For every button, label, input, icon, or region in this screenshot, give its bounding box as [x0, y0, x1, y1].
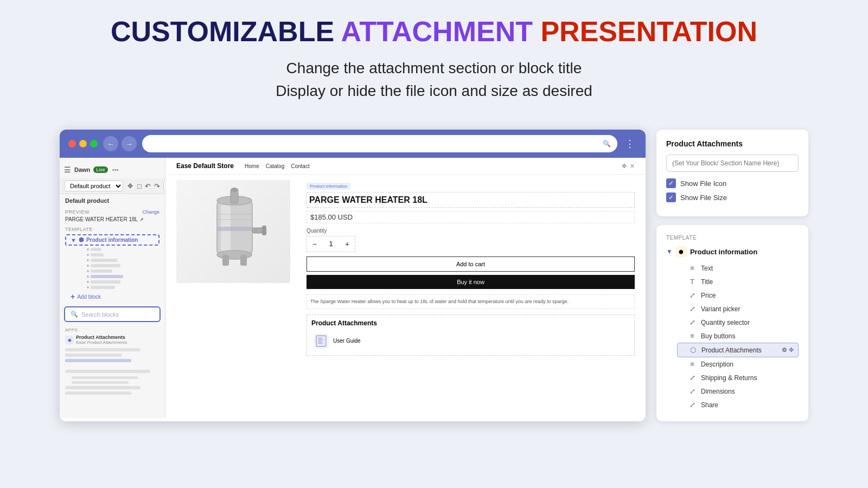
share-icon: ⤢ [688, 401, 697, 409]
show-file-size-checkbox[interactable]: ✓ [666, 192, 676, 202]
show-file-icon-label: Show File Icon [680, 179, 726, 188]
qty-decrease[interactable]: − [307, 236, 322, 252]
sidebar-product-info-label: Product information [86, 237, 138, 243]
browser-menu-icon[interactable]: ⋮ [623, 138, 637, 150]
preview-store-name: PARGE WATER HEATER 18L ↗ [65, 216, 159, 222]
svg-rect-6 [222, 255, 229, 266]
template-item-title[interactable]: T Title [677, 275, 799, 288]
product-price: $185.00 USD [307, 211, 635, 223]
undo-icon[interactable]: ↶ [145, 182, 151, 190]
forward-button[interactable]: → [122, 136, 137, 151]
svg-rect-15 [318, 339, 323, 341]
sub-item-title[interactable] [75, 247, 159, 252]
nav-home[interactable]: Home [245, 163, 259, 169]
close-preview-icon[interactable]: ✕ [630, 163, 635, 170]
attachment-item[interactable]: User Guide [311, 331, 630, 351]
sub-item-price[interactable] [75, 252, 159, 258]
template-item-shipping[interactable]: ⤢ Shipping & Returns [677, 371, 799, 384]
template-item-qty[interactable]: ⤢ Quantity selector [677, 316, 799, 329]
attachment-highlight-icon[interactable]: ✥ [789, 346, 794, 354]
attachments-icon: ⬡ [688, 346, 697, 354]
shipping-icon: ⤢ [688, 374, 697, 382]
add-block-button[interactable]: + Add block [65, 290, 159, 303]
attachment-settings-icon[interactable]: ⚙ [782, 346, 787, 354]
product-description: The Sparge Water Heater allows you to he… [307, 294, 635, 309]
template-item-desc[interactable]: ≡ Description [677, 357, 799, 371]
apps-label: APPS [65, 328, 159, 332]
browser-dots [68, 140, 98, 147]
svg-rect-7 [240, 255, 247, 266]
product-select[interactable]: Default product [64, 181, 123, 191]
buy-icon: ≡ [688, 332, 697, 340]
page-header: CUSTOMIZABLE ATTACHMENT PRESENTATION Cha… [111, 16, 757, 119]
nav-contact[interactable]: Contact [291, 163, 309, 169]
back-button[interactable]: ← [103, 136, 118, 151]
expand-icon[interactable]: ✥ [622, 163, 627, 170]
store-name-label: Dawn [74, 166, 90, 173]
template-item-qty-label: Quantity selector [701, 319, 750, 326]
search-blocks-box[interactable]: 🔍 Search blocks [64, 306, 161, 322]
dot-red[interactable] [68, 140, 76, 147]
price-icon: ⤢ [688, 291, 697, 299]
sub-item-variant[interactable] [75, 258, 159, 263]
resize-icon[interactable]: ✥ [127, 182, 133, 190]
add-to-cart-button[interactable]: Add to cart [307, 256, 635, 272]
template-item-buy[interactable]: ≡ Buy buttons [677, 329, 799, 343]
sidebar-menu-icon[interactable]: ☰ [64, 165, 71, 174]
app-name: Product Attachments [76, 335, 127, 340]
show-file-size-row: ✓ Show File Size [666, 192, 799, 202]
template-item-desc-label: Description [701, 361, 733, 368]
template-item-text[interactable]: ≡ Text [677, 261, 799, 275]
dot-yellow[interactable] [79, 140, 87, 147]
block-name-input[interactable] [666, 155, 799, 172]
product-area: Product information PARGE WATER HEATER 1… [165, 175, 646, 361]
template-item-price-label: Price [701, 292, 716, 299]
title-icon: T [688, 278, 697, 286]
template-card-label: TEMPLATE [666, 235, 799, 241]
app-item-attachments[interactable]: ◆ Product Attachments Ease Product Attac… [65, 335, 159, 345]
browser-chrome: ← → 🔍 ⋮ [60, 130, 646, 158]
attachment-item-actions: ⚙ ✥ [782, 346, 794, 354]
redo-icon[interactable]: ↷ [154, 182, 160, 190]
template-label: TEMPLATE [65, 227, 159, 232]
qty-increase[interactable]: + [340, 236, 355, 252]
sub-item-qty[interactable] [75, 263, 159, 268]
show-file-icon-checkbox[interactable]: ✓ [666, 178, 676, 188]
sidebar-top-bar: ☰ Dawn Live ••• [60, 163, 165, 178]
sidebar-product-info[interactable]: ▼ ⬢ Product information [65, 234, 159, 246]
product-image-svg [193, 184, 274, 279]
template-item-variant[interactable]: ⤢ Variant picker [677, 302, 799, 316]
template-item-share[interactable]: ⤢ Share [677, 398, 799, 412]
quantity-control: − 1 + [307, 236, 355, 252]
sub-item-attachments[interactable] [75, 274, 159, 279]
attachments-section-title: Product Attachments [311, 319, 630, 327]
template-item-shipping-label: Shipping & Returns [701, 374, 757, 382]
preview-label: PREVIEW [65, 209, 90, 215]
live-badge: Live [93, 166, 108, 173]
variant-icon: ⤢ [688, 305, 697, 313]
template-section: TEMPLATE ▼ ⬢ Product information [60, 223, 165, 304]
preview-icon[interactable]: □ [137, 182, 142, 190]
change-link[interactable]: Change [142, 209, 159, 215]
template-item-price[interactable]: ⤢ Price [677, 288, 799, 302]
sub-item-desc[interactable] [75, 285, 159, 290]
editor-preview: Ease Default Store Home Catalog Contact … [165, 158, 646, 418]
sub-item-buy[interactable] [75, 268, 159, 274]
template-item-attachments[interactable]: ⬡ Product Attachments ⚙ ✥ [677, 343, 799, 357]
bottom-tree [60, 368, 165, 397]
browser-url-bar[interactable]: 🔍 [142, 135, 617, 152]
right-panel: Product Attachments ✓ Show File Icon ✓ S… [656, 130, 808, 421]
nav-catalog[interactable]: Catalog [266, 163, 284, 169]
dot-green[interactable] [90, 140, 98, 147]
template-section-icon: ⬢ [676, 246, 687, 257]
template-section-name: Product information [690, 248, 757, 256]
buy-now-button[interactable]: Buy it now [307, 275, 635, 289]
template-item-dimensions[interactable]: ⤢ Dimensions [677, 384, 799, 398]
more-icon[interactable]: ••• [112, 166, 119, 173]
template-item-buy-label: Buy buttons [701, 332, 735, 340]
sub-item-shipping[interactable] [75, 279, 159, 285]
store-logo: Ease Default Store [176, 162, 234, 170]
product-info: Product information PARGE WATER HEATER 1… [307, 180, 635, 356]
template-product-info-header[interactable]: ▼ ⬢ Product information [666, 246, 799, 257]
app-icon: ◆ [65, 336, 74, 344]
